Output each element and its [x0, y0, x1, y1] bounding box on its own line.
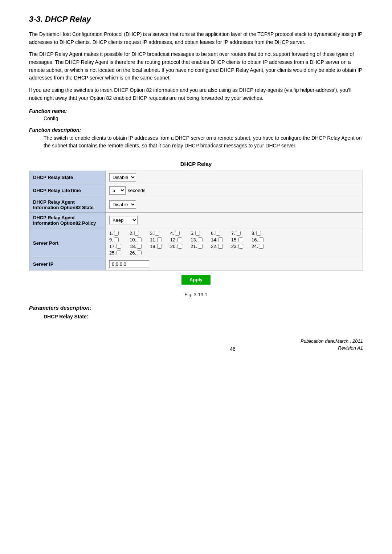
function-name-label: Function name: — [29, 108, 363, 114]
port-5: 5. — [191, 231, 209, 236]
table-row: DHCP Relay State Disable Enable — [29, 171, 363, 184]
port-checkbox-1[interactable] — [114, 231, 119, 236]
row-label-lifetime: DHCP Relay LifeTime — [29, 184, 106, 197]
table-row: DHCP Relay Agent Information Option82 St… — [29, 197, 363, 212]
port-checkbox-16[interactable] — [259, 237, 264, 242]
port-row-2: 9. 10. 11. 12. 13. 14. 15. 16. — [109, 237, 359, 243]
function-description-text: The switch to enable clients to obtain I… — [44, 134, 363, 150]
table-row: Server IP — [29, 258, 363, 270]
port-row-4: 25. 26. — [109, 250, 359, 256]
row-label-option82-policy: DHCP Relay Agent Information Option82 Po… — [29, 212, 106, 228]
port-checkbox-15[interactable] — [238, 237, 243, 242]
port-checkbox-6[interactable] — [216, 231, 220, 236]
port-checkbox-5[interactable] — [195, 231, 200, 236]
port-checkbox-22[interactable] — [218, 244, 223, 249]
row-value-server-port: 1. 2. 3. 4. 5. 6. 7. 8. 9. 10. — [106, 228, 363, 258]
port-13: 13. — [191, 237, 209, 243]
port-15: 15. — [231, 237, 250, 243]
port-11: 11. — [150, 237, 169, 243]
port-grid: 1. 2. 3. 4. 5. 6. 7. 8. 9. 10. — [109, 231, 359, 256]
port-9: 9. — [109, 237, 128, 243]
dhcp-relay-state-select[interactable]: Disable Enable — [109, 173, 136, 182]
seconds-label: seconds — [128, 188, 145, 193]
port-16: 16. — [252, 237, 270, 243]
function-name-value: Config — [44, 115, 363, 121]
port-checkbox-17[interactable] — [117, 244, 121, 249]
port-23: 23. — [231, 244, 250, 249]
row-label-state: DHCP Relay State — [29, 171, 106, 184]
revision-text: Revision A1 — [338, 345, 363, 351]
port-7: 7. — [231, 231, 250, 236]
row-value-option82-state: Disable Enable — [106, 197, 363, 212]
intro-para-1: The Dynamic Host Configuration Protocol … — [29, 30, 363, 46]
port-checkbox-9[interactable] — [114, 237, 119, 242]
apply-button[interactable]: Apply — [181, 275, 211, 285]
port-12: 12. — [170, 237, 189, 243]
port-24: 24. — [252, 244, 270, 249]
port-checkbox-13[interactable] — [198, 237, 203, 242]
port-8: 8. — [252, 231, 270, 236]
port-checkbox-2[interactable] — [134, 231, 139, 236]
row-value-state: Disable Enable — [106, 171, 363, 184]
port-14: 14. — [211, 237, 230, 243]
option82-policy-select[interactable]: Keep Replace Drop — [109, 216, 138, 224]
port-checkbox-14[interactable] — [218, 237, 223, 242]
intro-para-2: The DHCP Relay Agent makes it possible f… — [29, 50, 363, 82]
port-checkbox-23[interactable] — [238, 244, 243, 249]
row-value-option82-policy: Keep Replace Drop — [106, 212, 363, 228]
port-checkbox-24[interactable] — [259, 244, 264, 249]
row-value-server-ip — [106, 258, 363, 270]
option82-state-select[interactable]: Disable Enable — [109, 200, 136, 209]
port-10: 10. — [130, 237, 148, 243]
table-row: DHCP Relay LifeTime 5 10 15 20 30 60 sec… — [29, 184, 363, 197]
server-ip-input[interactable] — [109, 260, 149, 268]
row-label-server-ip: Server IP — [29, 258, 106, 270]
config-table: DHCP Relay State Disable Enable DHCP Rel… — [29, 171, 363, 270]
port-20: 20. — [170, 244, 189, 249]
apply-row: Apply — [29, 275, 363, 285]
port-row-1: 1. 2. 3. 4. 5. 6. 7. 8. — [109, 231, 359, 236]
port-22: 22. — [211, 244, 230, 249]
port-checkbox-25[interactable] — [117, 250, 121, 255]
parameters-description-label: Parameters description: — [29, 305, 363, 311]
row-label-server-port: Server Port — [29, 228, 106, 258]
port-checkbox-4[interactable] — [175, 231, 180, 236]
port-row-3: 17. 18. 19. 20. 21. 22. 23. 24. — [109, 244, 359, 249]
row-value-lifetime: 5 10 15 20 30 60 seconds — [106, 184, 363, 197]
port-checkbox-18[interactable] — [137, 244, 142, 249]
port-checkbox-19[interactable] — [157, 244, 162, 249]
port-checkbox-26[interactable] — [137, 250, 142, 255]
pub-date-text: Publication date:March., 2011 — [301, 338, 363, 344]
port-3: 3. — [150, 231, 169, 236]
port-6: 6. — [211, 231, 230, 236]
function-description-label: Function description: — [29, 127, 363, 133]
fig-caption: Fig. 3-13-1 — [29, 292, 363, 297]
port-checkbox-10[interactable] — [137, 237, 142, 242]
port-2: 2. — [130, 231, 148, 236]
port-checkbox-3[interactable] — [155, 231, 159, 236]
port-4: 4. — [170, 231, 189, 236]
port-checkbox-12[interactable] — [177, 237, 182, 242]
port-19: 19. — [150, 244, 169, 249]
port-checkbox-8[interactable] — [256, 231, 261, 236]
port-checkbox-21[interactable] — [198, 244, 203, 249]
page-title: 3-3. DHCP Relay — [29, 15, 363, 24]
port-26: 26. — [130, 250, 148, 256]
page-number: 46 — [165, 346, 301, 352]
port-18: 18. — [130, 244, 148, 249]
port-checkbox-20[interactable] — [177, 244, 182, 249]
port-21: 21. — [191, 244, 209, 249]
table-row: DHCP Relay Agent Information Option82 Po… — [29, 212, 363, 228]
port-17: 17. — [109, 244, 128, 249]
table-title: DHCP Relay — [29, 161, 363, 167]
parameters-sub-label: DHCP Relay State: — [44, 314, 363, 319]
intro-para-3: If you are using the switches to insert … — [29, 86, 363, 102]
port-checkbox-7[interactable] — [236, 231, 241, 236]
row-label-option82-state: DHCP Relay Agent Information Option82 St… — [29, 197, 106, 212]
parameters-section: Parameters description: DHCP Relay State… — [29, 305, 363, 319]
footer-bar: 46 Publication date:March., 2011 Revisio… — [29, 334, 363, 352]
dhcp-relay-lifetime-select[interactable]: 5 10 15 20 30 60 — [109, 186, 126, 195]
dhcp-relay-section: DHCP Relay DHCP Relay State Disable Enab… — [29, 161, 363, 297]
publication-date: Publication date:March., 2011 Revision A… — [301, 338, 363, 352]
port-checkbox-11[interactable] — [157, 237, 162, 242]
